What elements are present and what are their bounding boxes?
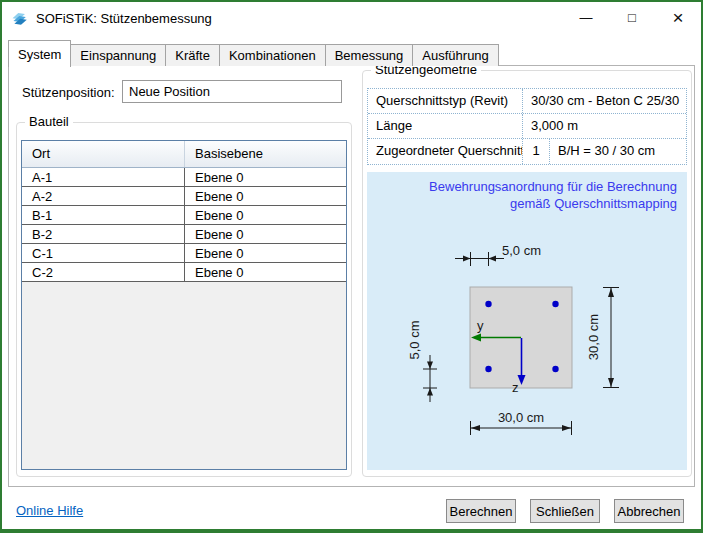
tab-page-system: Stützenposition: Bauteil Ort Basisebene … <box>8 65 695 487</box>
property-label: Zugeordneter Querschnitt <box>368 139 523 164</box>
dimension-right-label: 30,0 cm <box>586 314 601 360</box>
geometrie-groupbox: Stützengeometrie Querschnittstyp (Revit)… <box>362 70 692 477</box>
cross-section-drawing-area: Bewehrungsanordnung für die Berechnung g… <box>367 172 687 470</box>
bauteil-table: Ort Basisebene A-1 Ebene 0 A-2 Ebene 0 B… <box>21 140 347 470</box>
cell-ebene: Ebene 0 <box>185 206 346 224</box>
cell-ort: A-2 <box>22 187 185 205</box>
position-input[interactable] <box>122 80 342 103</box>
column-header-ort[interactable]: Ort <box>22 141 185 167</box>
sofistik-logo-icon <box>11 10 28 27</box>
window-controls: — □ × <box>563 2 701 33</box>
berechnen-button[interactable]: Berechnen <box>446 499 516 523</box>
schliessen-button[interactable]: Schließen <box>530 499 600 523</box>
window-title: SOFiSTiK: Stützenbemessung <box>36 11 212 26</box>
minimize-button[interactable]: — <box>563 2 609 33</box>
cell-ebene: Ebene 0 <box>185 168 346 186</box>
tab-bemessung[interactable]: Bemessung <box>325 44 414 66</box>
table-row[interactable]: A-2 Ebene 0 <box>22 187 346 206</box>
tab-einspannung[interactable]: Einspannung <box>70 44 166 66</box>
table-row[interactable]: B-1 Ebene 0 <box>22 206 346 225</box>
cell-ort: C-1 <box>22 244 185 262</box>
title-bar: SOFiSTiK: Stützenbemessung — □ × <box>2 2 701 34</box>
cell-ort: C-2 <box>22 263 185 281</box>
dimension-bottom-label: 30,0 cm <box>498 410 544 425</box>
cell-ort: B-1 <box>22 206 185 224</box>
bauteil-legend: Bauteil <box>25 114 73 129</box>
dimension-left <box>423 355 437 402</box>
tab-system[interactable]: System <box>8 40 71 67</box>
tab-ausfuehrung[interactable]: Ausführung <box>412 44 499 66</box>
table-row[interactable]: A-1 Ebene 0 <box>22 168 346 187</box>
dimension-left-label: 5,0 cm <box>407 320 422 359</box>
property-row-querschnittstyp: Querschnittstyp (Revit) 30/30 cm - Beton… <box>368 89 686 114</box>
property-value: B/H = 30 / 30 cm <box>550 139 686 164</box>
cell-ebene: Ebene 0 <box>185 244 346 262</box>
table-row[interactable]: B-2 Ebene 0 <box>22 225 346 244</box>
footer-buttons: Berechnen Schließen Abbrechen <box>446 499 684 523</box>
property-value: 3,000 m <box>523 114 686 138</box>
z-axis-label: z <box>512 380 519 395</box>
tab-strip: System Einspannung Kräfte Kombinationen … <box>8 40 499 67</box>
dimension-top <box>455 252 504 266</box>
position-label: Stützenposition: <box>22 85 115 100</box>
property-value: 30/30 cm - Beton C 25/30 <box>523 89 686 113</box>
cell-ebene: Ebene 0 <box>185 187 346 205</box>
property-row-laenge: Länge 3,000 m <box>368 114 686 139</box>
online-help-link[interactable]: Online Hilfe <box>16 503 83 518</box>
cell-ort: B-2 <box>22 225 185 243</box>
abbrechen-button[interactable]: Abbrechen <box>614 499 684 523</box>
dimension-top-label: 5,0 cm <box>502 243 541 258</box>
close-button[interactable]: × <box>655 2 701 33</box>
bauteil-table-header: Ort Basisebene <box>22 141 346 168</box>
property-label: Querschnittstyp (Revit) <box>368 89 523 113</box>
dialog-window: SOFiSTiK: Stützenbemessung — □ × System … <box>0 0 703 533</box>
bauteil-groupbox: Bauteil Ort Basisebene A-1 Ebene 0 A-2 E… <box>16 122 352 477</box>
table-row[interactable]: C-1 Ebene 0 <box>22 244 346 263</box>
cell-ebene: Ebene 0 <box>185 225 346 243</box>
dimension-right <box>603 287 619 388</box>
property-row-querschnitt: Zugeordneter Querschnitt 1 B/H = 30 / 30… <box>368 139 686 164</box>
table-row[interactable]: C-2 Ebene 0 <box>22 263 346 282</box>
maximize-button[interactable]: □ <box>609 2 655 33</box>
y-axis-label: y <box>477 318 484 333</box>
tab-kombinationen[interactable]: Kombinationen <box>219 44 326 66</box>
cell-ort: A-1 <box>22 168 185 186</box>
querschnitt-index-field[interactable]: 1 <box>523 139 550 164</box>
property-label: Länge <box>368 114 523 138</box>
tab-kraefte[interactable]: Kräfte <box>165 44 220 66</box>
geometrie-property-table: Querschnittstyp (Revit) 30/30 cm - Beton… <box>367 88 687 165</box>
cell-ebene: Ebene 0 <box>185 263 346 281</box>
cross-section-diagram: y z 5,0 cm <box>367 172 687 470</box>
column-header-basisebene[interactable]: Basisebene <box>185 141 346 167</box>
